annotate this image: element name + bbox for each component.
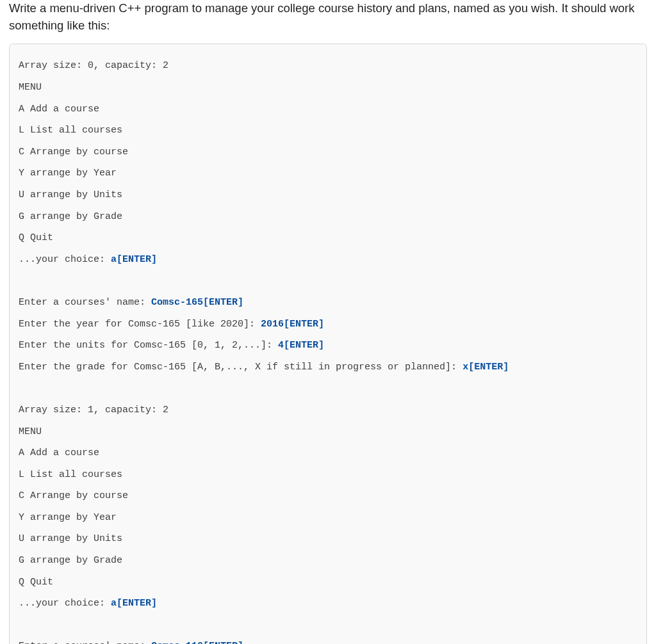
status-line: Array size: 0, capacity: 2 <box>19 61 637 72</box>
choice-label: ...your choice: <box>19 254 111 265</box>
menu-item: U arrange by Units <box>19 534 637 545</box>
menu-item: G arrange by Grade <box>19 556 637 567</box>
prompt-grade: Enter the grade for Comsc-165 [A, B,...,… <box>19 362 463 373</box>
terminal-output: Array size: 0, capacity: 2 MENU A Add a … <box>9 44 647 644</box>
menu-item: A Add a course <box>19 104 637 115</box>
menu-item: A Add a course <box>19 448 637 459</box>
user-input: Comsc-165[ENTER] <box>151 297 243 308</box>
intro-text: Write a menu-driven C++ program to manag… <box>9 0 647 35</box>
menu-item: Y arrange by Year <box>19 513 637 524</box>
menu-item: L List all courses <box>19 125 637 136</box>
prompt-year: Enter the year for Comsc-165 [like 2020]… <box>19 319 261 330</box>
user-input: x[ENTER] <box>463 362 509 373</box>
user-input: a[ENTER] <box>111 598 157 609</box>
user-input: a[ENTER] <box>111 254 157 265</box>
menu-item: G arrange by Grade <box>19 212 637 223</box>
menu-item: C Arrange by course <box>19 491 637 502</box>
menu-item: Q Quit <box>19 577 637 588</box>
menu-item: L List all courses <box>19 470 637 481</box>
user-input: 4[ENTER] <box>278 340 324 351</box>
prompt-units: Enter the units for Comsc-165 [0, 1, 2,.… <box>19 340 278 351</box>
status-line: Array size: 1, capacity: 2 <box>19 405 637 416</box>
menu-item: C Arrange by course <box>19 147 637 158</box>
menu-item: Y arrange by Year <box>19 168 637 179</box>
prompt-course-name: Enter a courses' name: <box>19 297 151 308</box>
prompt-course-name: Enter a courses' name: <box>19 641 151 644</box>
user-input: 2016[ENTER] <box>261 319 324 330</box>
menu-item: U arrange by Units <box>19 190 637 201</box>
menu-item: Q Quit <box>19 233 637 244</box>
menu-title: MENU <box>19 427 637 438</box>
menu-title: MENU <box>19 83 637 93</box>
user-input: Comsc-110[ENTER] <box>151 641 243 644</box>
choice-label: ...your choice: <box>19 598 111 609</box>
